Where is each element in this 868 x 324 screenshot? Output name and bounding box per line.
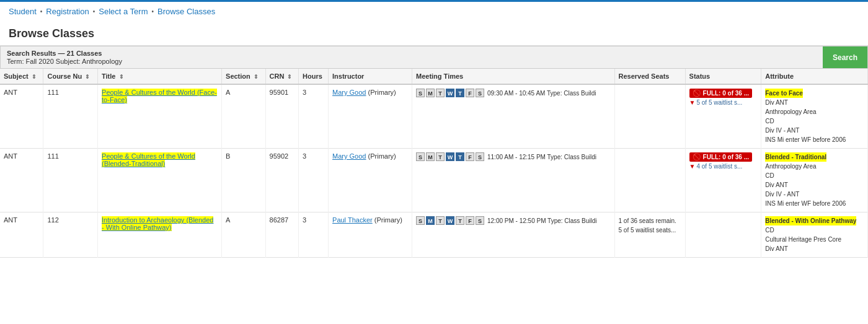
dot-1: •: [40, 8, 43, 15]
attribute-item: Div ANT: [765, 180, 864, 190]
attribute-item: Div ANT: [765, 244, 864, 253]
col-crn: CRN ⇕: [265, 69, 298, 84]
course-title-link[interactable]: People & Cultures of the World (Blended-…: [102, 152, 195, 167]
cell-meeting-times: SMTWTFS11:00 AM - 12:15 PM Type: Class B…: [412, 149, 615, 212]
day-box: W: [446, 216, 454, 225]
day-box: T: [456, 216, 464, 225]
cell-crn: 95901: [265, 84, 298, 149]
cell-course-num: 111: [43, 149, 98, 212]
cell-meeting-times: SMTWTFS12:00 PM - 12:50 PM Type: Class B…: [412, 212, 615, 258]
meeting-time-text: 09:30 AM - 10:45 AM Type: Class Buildi: [487, 90, 596, 97]
cell-attribute: Face to FaceDiv ANTAnthropology AreaCDDi…: [761, 84, 868, 149]
cell-instructor[interactable]: Mary Good (Primary): [329, 84, 412, 149]
cell-subject: ANT: [0, 149, 43, 212]
attribute-item: INS Mi enter WF before 2006: [765, 199, 864, 208]
cell-instructor[interactable]: Mary Good (Primary): [329, 149, 412, 212]
cell-course-num: 111: [43, 84, 98, 149]
cell-section: A: [222, 84, 266, 149]
cell-status: [685, 212, 761, 258]
course-title-link[interactable]: People & Cultures of the World (Face-to-…: [102, 89, 217, 103]
attribute-list: Face to FaceDiv ANTAnthropology AreaCDDi…: [765, 89, 864, 144]
attribute-item: INS Mi enter WF before 2006: [765, 135, 864, 144]
day-box: F: [466, 89, 474, 97]
sort-icon-subject: ⇕: [32, 74, 37, 80]
table-header-row: Subject ⇕ Course Nu ⇕ Title ⇕ Section ⇕ …: [0, 69, 868, 84]
attribute-item: Div IV - ANT: [765, 190, 864, 199]
cell-course-num: 112: [43, 212, 98, 258]
attribute-item: Cultural Heritage Pres Core: [765, 235, 864, 244]
sort-icon-crn: ⇕: [287, 74, 292, 80]
waitlist-text: ▼ 4 of 5 waitlist s...: [689, 163, 743, 170]
cell-instructor[interactable]: Paul Thacker (Primary): [329, 212, 412, 258]
day-box: M: [426, 89, 435, 97]
day-box: W: [446, 152, 454, 161]
cell-title[interactable]: People & Cultures of the World (Blended-…: [98, 149, 222, 212]
attribute-item: CD: [765, 225, 864, 235]
stop-icon: 🚫: [693, 89, 701, 97]
cell-hours: 3: [299, 212, 329, 258]
cell-title[interactable]: Introduction to Archaeology (Blended - W…: [98, 212, 222, 258]
cell-section: B: [222, 149, 266, 212]
col-subject: Subject ⇕: [0, 69, 43, 84]
instructor-link[interactable]: Paul Thacker: [332, 216, 373, 224]
day-box: T: [456, 152, 464, 161]
stop-icon: 🚫: [693, 153, 701, 161]
col-instructor: Instructor: [329, 69, 412, 84]
cell-status: 🚫 FULL: 0 of 36 ...▼ 5 of 5 waitlist s..…: [685, 84, 761, 149]
day-box: W: [446, 89, 454, 97]
day-box: T: [436, 216, 445, 225]
dot-2: •: [93, 8, 95, 15]
instructor-link[interactable]: Mary Good: [332, 152, 366, 160]
col-reserved-seats: Reserved Seats: [614, 69, 685, 84]
attribute-item: CD: [765, 116, 864, 126]
class-table: Subject ⇕ Course Nu ⇕ Title ⇕ Section ⇕ …: [0, 69, 868, 258]
search-summary-line1: Search Results — 21 Classes: [7, 50, 861, 57]
day-box: S: [476, 216, 484, 225]
instructor-link[interactable]: Mary Good: [332, 89, 366, 96]
cell-section: A: [222, 212, 266, 258]
seats-text: 1 of 36 seats remain.5 of 5 waitlist sea…: [619, 216, 681, 235]
cell-attribute: Blended - With Online PathwayCDCultural …: [761, 212, 868, 258]
col-title: Title ⇕: [98, 69, 222, 84]
cell-reserved-seats: [614, 84, 685, 149]
dot-3: •: [151, 8, 154, 15]
col-meeting-times: Meeting Times: [412, 69, 615, 84]
day-box: M: [426, 152, 435, 161]
search-button[interactable]: Search: [823, 46, 867, 68]
day-box: T: [436, 152, 445, 161]
cell-hours: 3: [299, 84, 329, 149]
col-hours: Hours: [299, 69, 329, 84]
table-row: ANT111People & Cultures of the World (Fa…: [0, 84, 868, 149]
day-box: F: [466, 216, 474, 225]
nav-student[interactable]: Student: [9, 7, 37, 16]
attribute-item: Anthropology Area: [765, 107, 864, 116]
day-box: T: [456, 89, 464, 97]
cell-title[interactable]: People & Cultures of the World (Face-to-…: [98, 84, 222, 149]
cell-hours: 3: [299, 149, 329, 212]
attribute-item: Div IV - ANT: [765, 126, 864, 135]
sort-icon-section: ⇕: [254, 74, 259, 80]
attribute-list: Blended - TraditionalAnthropology AreaCD…: [765, 152, 864, 208]
day-box: S: [476, 89, 484, 97]
cell-crn: 95902: [265, 149, 298, 212]
breadcrumb: Student • Registration • Select a Term •…: [0, 0, 868, 21]
day-box: S: [476, 152, 484, 161]
col-attribute: Attribute: [761, 69, 868, 84]
cell-crn: 86287: [265, 212, 298, 258]
attribute-list: Blended - With Online PathwayCDCultural …: [765, 216, 864, 253]
attribute-highlight: Blended - With Online Pathway: [765, 216, 856, 225]
day-box: F: [466, 152, 474, 161]
waitlist-text: ▼ 5 of 5 waitlist s...: [689, 99, 743, 106]
nav-registration[interactable]: Registration: [46, 7, 89, 16]
attribute-item: CD: [765, 171, 864, 180]
table-row: ANT111People & Cultures of the World (Bl…: [0, 149, 868, 212]
full-badge: 🚫 FULL: 0 of 36 ...: [689, 89, 752, 98]
cell-reserved-seats: 1 of 36 seats remain.5 of 5 waitlist sea…: [614, 212, 685, 258]
nav-select-term[interactable]: Select a Term: [99, 7, 148, 16]
col-status: Status: [685, 69, 761, 84]
meeting-time-text: 11:00 AM - 12:15 PM Type: Class Buildi: [487, 154, 596, 160]
col-course-num: Course Nu ⇕: [43, 69, 98, 84]
attribute-item: Blended - With Online Pathway: [765, 216, 864, 225]
full-badge: 🚫 FULL: 0 of 36 ...: [689, 152, 752, 162]
course-title-link[interactable]: Introduction to Archaeology (Blended - W…: [102, 216, 213, 231]
